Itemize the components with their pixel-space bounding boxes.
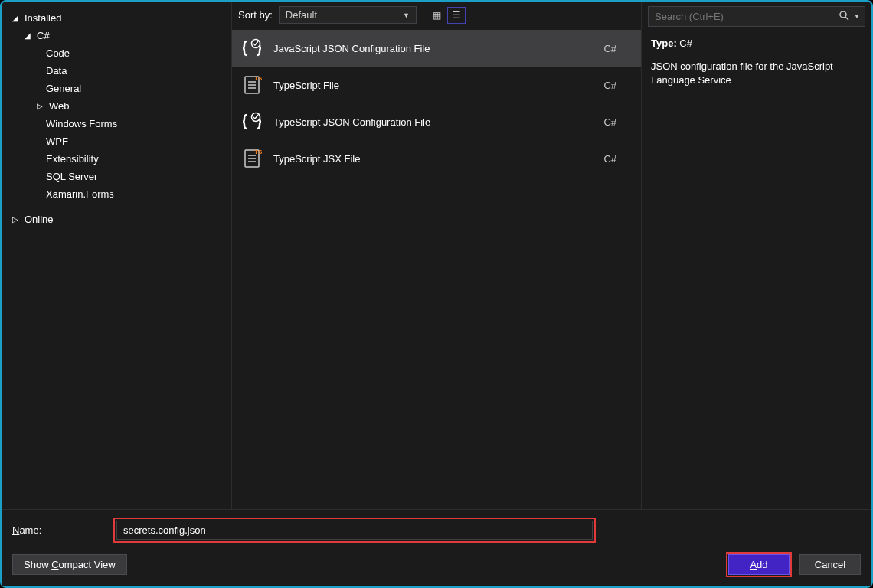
name-input-highlight <box>113 518 596 543</box>
search-row: ▼ <box>648 6 865 27</box>
tree-label: SQL Server <box>46 171 97 182</box>
search-icon[interactable] <box>836 10 852 23</box>
template-lang: C# <box>603 153 616 165</box>
search-dropdown-icon[interactable]: ▼ <box>852 13 860 20</box>
tree-web[interactable]: ▷ Web <box>8 97 225 115</box>
view-list-button[interactable]: ☰ <box>447 7 466 24</box>
list-icon: ☰ <box>452 9 461 21</box>
tree-data[interactable]: Data <box>8 62 225 80</box>
tree-label: General <box>46 83 81 94</box>
template-item[interactable]: TypeScript JSON Configuration File C# <box>232 103 641 140</box>
center-header: Sort by: Default ▼ ▦ ☰ <box>232 2 641 30</box>
tree-xamarin-forms[interactable]: Xamarin.Forms <box>8 185 225 203</box>
tree-label: Code <box>46 47 70 59</box>
json-config-icon <box>241 111 263 132</box>
tree-installed[interactable]: ◢ Installed <box>8 9 225 27</box>
sort-combo[interactable]: Default ▼ <box>279 6 417 24</box>
detail-block: Type: C# JSON configuration file for the… <box>648 27 865 97</box>
type-label: Type: <box>651 38 677 49</box>
button-row: Show Compact View Add Cancel <box>12 552 861 577</box>
show-compact-view-button[interactable]: Show Compact View <box>12 554 127 575</box>
details-panel: ▼ Type: C# JSON configuration file for t… <box>642 2 871 509</box>
add-button-highlight: Add <box>726 552 792 577</box>
json-config-icon <box>241 38 263 59</box>
chevron-down-icon: ◢ <box>12 14 20 22</box>
svg-point-12 <box>840 11 846 18</box>
template-item[interactable]: JavaScript JSON Configuration File C# <box>232 30 641 67</box>
view-grid-button[interactable]: ▦ <box>427 7 446 24</box>
chevron-down-icon: ▼ <box>403 11 410 19</box>
chevron-down-icon: ◢ <box>25 31 32 40</box>
template-name: TypeScript JSX File <box>273 153 593 165</box>
template-name: TypeScript File <box>273 80 593 91</box>
detail-description: JSON configuration file for the JavaScri… <box>651 60 862 87</box>
template-item[interactable]: TS TypeScript File C# <box>232 67 641 103</box>
sort-value: Default <box>286 9 317 21</box>
search-input[interactable] <box>653 8 836 24</box>
name-label: Name: <box>12 524 104 536</box>
template-name: JavaScript JSON Configuration File <box>273 43 593 54</box>
tree-label: Data <box>46 65 67 77</box>
tree-extensibility[interactable]: Extensibility <box>8 150 225 168</box>
tree-sql-server[interactable]: SQL Server <box>8 168 225 185</box>
svg-text:TS: TS <box>254 75 263 82</box>
name-row: Name: <box>12 518 861 543</box>
tree-label: Xamarin.Forms <box>46 188 114 200</box>
tree-csharp[interactable]: ◢ C# <box>8 27 225 44</box>
template-lang: C# <box>603 80 616 91</box>
footer: Name: Show Compact View Add Cancel <box>2 509 871 586</box>
right-buttons: Add Cancel <box>726 552 861 577</box>
chevron-right-icon: ▷ <box>37 102 44 110</box>
sort-by-label: Sort by: <box>238 9 273 21</box>
tree-label: Windows Forms <box>46 118 117 129</box>
view-toggle: ▦ ☰ <box>427 7 466 24</box>
add-button[interactable]: Add <box>728 554 790 575</box>
tree-general[interactable]: General <box>8 80 225 97</box>
svg-text:TS: TS <box>254 149 263 155</box>
tree-label: C# <box>37 30 50 41</box>
type-value: C# <box>679 38 692 49</box>
tree-label: Web <box>49 100 70 112</box>
tree-label: WPF <box>46 136 68 147</box>
svg-line-13 <box>845 17 848 20</box>
tree-windows-forms[interactable]: Windows Forms <box>8 115 225 132</box>
template-item[interactable]: TS TypeScript JSX File C# <box>232 140 641 177</box>
ts-file-icon: TS <box>241 74 263 96</box>
grid-icon: ▦ <box>433 10 440 21</box>
name-input[interactable] <box>116 521 593 540</box>
cancel-button[interactable]: Cancel <box>799 554 861 575</box>
template-lang: C# <box>603 43 616 54</box>
tree-label: Online <box>25 214 54 225</box>
chevron-right-icon: ▷ <box>12 215 20 224</box>
template-list: JavaScript JSON Configuration File C# TS <box>232 30 641 509</box>
template-center: Sort by: Default ▼ ▦ ☰ <box>231 2 642 509</box>
tree-code[interactable]: Code <box>8 44 225 62</box>
tree-label: Installed <box>25 12 61 24</box>
template-lang: C# <box>603 116 616 128</box>
sidebar: ◢ Installed ◢ C# Code Data General ▷ Web… <box>2 2 231 509</box>
tree-label: Extensibility <box>46 153 99 165</box>
ts-file-icon: TS <box>241 148 263 169</box>
tree-online[interactable]: ▷ Online <box>8 211 225 228</box>
tree-wpf[interactable]: WPF <box>8 132 225 150</box>
detail-type: Type: C# <box>651 38 862 49</box>
template-name: TypeScript JSON Configuration File <box>273 116 593 128</box>
